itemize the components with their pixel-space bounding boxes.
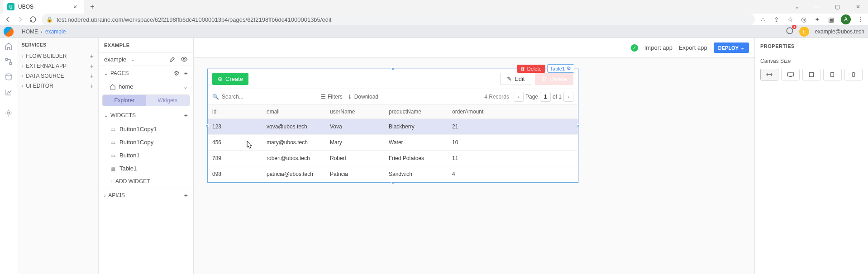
breadcrumb-home[interactable]: HOME — [22, 28, 38, 35]
pages-section[interactable]: ⌄ PAGES ⚙ + — [99, 66, 193, 80]
resize-handle[interactable] — [391, 181, 394, 184]
plus-icon[interactable]: + — [90, 62, 94, 70]
chevron-down-icon: ⌄ — [104, 71, 108, 76]
delete-button[interactable]: 🗑Delete — [535, 73, 573, 85]
url-field[interactable]: 🔒 test.nodered.ubraine.com/workspace/62f… — [42, 14, 755, 25]
table-row[interactable]: 789 robert@ubos.tech Robert Fried Potato… — [208, 151, 578, 166]
widget-item[interactable]: ▭Button1 — [99, 149, 193, 162]
app-logo-icon[interactable] — [4, 27, 14, 37]
breadcrumb-page[interactable]: example — [45, 28, 66, 35]
maximize-icon[interactable]: ▢ — [827, 0, 848, 14]
service-item-flow[interactable]: ›FLOW BUILDER + — [19, 51, 96, 61]
plus-icon[interactable]: + — [184, 112, 188, 119]
minimize-icon[interactable]: — — [807, 0, 827, 14]
deploy-button[interactable]: DEPLOY⌄ — [714, 43, 749, 53]
widget-name-badge[interactable]: Table1⚙ — [547, 64, 574, 73]
chevron-down-icon[interactable]: ⌄ — [131, 57, 134, 62]
data-table: id email userName productName orderAmoun… — [208, 105, 578, 182]
cell: 4 — [448, 166, 578, 182]
size-mobile-button[interactable] — [844, 69, 863, 80]
service-item-uieditor[interactable]: ›UI EDITOR + — [19, 81, 96, 91]
service-item-external[interactable]: ›EXTERNAL APP + — [19, 61, 96, 71]
chevron-down-icon[interactable]: ⌄ — [787, 0, 807, 14]
table-row[interactable]: 098 patricia@ubos.tech Patricia Sandwich… — [208, 166, 578, 182]
search-input[interactable] — [222, 94, 267, 100]
plus-icon[interactable]: + — [90, 52, 94, 60]
star-icon[interactable]: ☆ — [787, 16, 794, 23]
table-row[interactable]: 456 mary@ubos.tech Mary Water 10 — [208, 135, 578, 151]
reload-icon[interactable] — [29, 15, 37, 24]
filters-button[interactable]: ☰Filters — [321, 94, 343, 100]
gear-icon[interactable] — [4, 109, 13, 118]
page-input[interactable] — [540, 92, 551, 102]
gear-icon[interactable]: ⚙ — [174, 70, 180, 77]
resize-handle[interactable] — [391, 67, 394, 70]
notifications-icon[interactable]: 1 — [786, 27, 794, 37]
api-section[interactable]: › API/JS + — [99, 188, 193, 203]
user-avatar[interactable]: E — [799, 27, 809, 37]
database-icon[interactable] — [4, 72, 13, 81]
widgets-section[interactable]: ⌄ WIDGETS + — [99, 108, 193, 123]
plus-icon[interactable]: + — [184, 70, 188, 77]
widget-item[interactable]: ▭Button1Copy1 — [99, 123, 193, 136]
panel-icon[interactable]: ▣ — [827, 16, 835, 23]
col-username[interactable]: userName — [325, 105, 384, 119]
back-icon[interactable] — [4, 15, 12, 24]
extensions-icon[interactable]: ✦ — [814, 16, 821, 23]
plus-icon[interactable]: + — [184, 192, 188, 199]
table-row[interactable]: 123 vova@ubos.tech Vova Blackberry 21 — [208, 119, 578, 135]
export-app-button[interactable]: Export app — [679, 44, 707, 51]
plus-icon[interactable]: + — [90, 72, 94, 80]
canvas-area[interactable]: ✓ Import app Export app DEPLOY⌄ 🗑Delete … — [194, 38, 755, 274]
col-product[interactable]: productName — [384, 105, 448, 119]
canvas[interactable]: 🗑Delete Table1⚙ ⊕Create ✎Edit 🗑Delete 🔍 — [194, 38, 754, 183]
delete-widget-badge[interactable]: 🗑Delete — [517, 65, 545, 73]
chevron-right-icon: › — [22, 84, 23, 89]
widget-item[interactable]: ▦Table1 — [99, 162, 193, 175]
size-desktop-button[interactable] — [781, 69, 799, 80]
size-tablet-p-button[interactable] — [823, 69, 841, 80]
col-id[interactable]: id — [208, 105, 262, 119]
edit-button[interactable]: ✎Edit — [500, 73, 531, 85]
eye-icon[interactable] — [181, 56, 188, 63]
col-email[interactable]: email — [262, 105, 325, 119]
col-amount[interactable]: orderAmount — [448, 105, 578, 119]
prev-page-button[interactable]: ‹ — [514, 92, 524, 102]
size-tablet-l-button[interactable] — [802, 69, 820, 80]
size-fluid-button[interactable] — [760, 69, 778, 80]
lens-icon[interactable]: ◎ — [800, 16, 807, 23]
forward-icon[interactable] — [16, 15, 24, 24]
translate-icon[interactable]: ⛬ — [759, 16, 767, 23]
close-icon[interactable]: × — [73, 4, 80, 10]
add-widget-button[interactable]: +ADD WIDGET — [99, 175, 193, 188]
share-icon[interactable]: ⇪ — [773, 16, 780, 23]
widget-item[interactable]: ▭Button1Copy — [99, 136, 193, 149]
menu-icon[interactable]: ⋮ — [857, 16, 864, 23]
download-button[interactable]: ⭳Download — [347, 94, 378, 100]
profile-avatar[interactable]: A — [841, 14, 851, 24]
browser-tab[interactable]: U UBOS × — [3, 0, 84, 14]
home-icon — [110, 84, 116, 90]
plus-icon[interactable]: + — [90, 82, 94, 90]
project-name[interactable]: example — [104, 56, 126, 63]
svg-point-3 — [6, 74, 11, 76]
cell: 21 — [448, 119, 578, 135]
service-item-datasource[interactable]: ›DATA SOURCE + — [19, 71, 96, 81]
resize-handle[interactable] — [577, 124, 580, 127]
close-window-icon[interactable]: ✕ — [848, 0, 868, 14]
create-button[interactable]: ⊕Create — [212, 73, 248, 85]
tab-explorer[interactable]: Explorer — [103, 95, 146, 106]
table-widget[interactable]: 🗑Delete Table1⚙ ⊕Create ✎Edit 🗑Delete 🔍 — [207, 69, 578, 183]
page-item-home[interactable]: home ⌄ — [99, 80, 193, 93]
edit-icon[interactable] — [169, 56, 176, 63]
tab-widgets[interactable]: Widgets — [146, 95, 190, 106]
new-tab-button[interactable]: + — [87, 1, 98, 12]
home-icon[interactable] — [4, 42, 13, 51]
next-page-button[interactable]: › — [563, 92, 573, 102]
flow-icon[interactable] — [4, 57, 13, 66]
filters-label: Filters — [328, 94, 343, 100]
import-app-button[interactable]: Import app — [644, 44, 672, 51]
chevron-down-icon[interactable]: ⌄ — [183, 84, 188, 90]
resize-handle[interactable] — [206, 124, 209, 127]
chart-icon[interactable] — [4, 88, 13, 97]
